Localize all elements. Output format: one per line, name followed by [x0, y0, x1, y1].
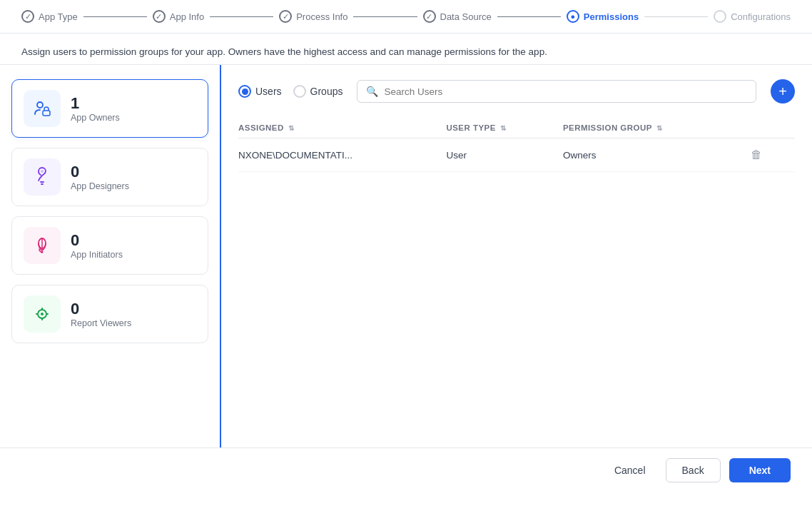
- card-text-report-viewers: 0 Report Viewers: [71, 300, 131, 328]
- search-input[interactable]: [384, 86, 747, 97]
- card-count-app-owners: 1: [71, 94, 120, 113]
- table-row: NXONE\DOCUMENTATI... User Owners 🗑: [238, 138, 795, 172]
- card-icon-app-designers: [24, 158, 61, 196]
- col-assigned-label: ASSIGNED: [238, 123, 284, 132]
- step-icon-process-info: ✓: [279, 10, 292, 23]
- sort-icon-assigned: ⇅: [288, 124, 294, 132]
- radio-groups[interactable]: Groups: [293, 85, 343, 98]
- delete-row-button[interactable]: 🗑: [746, 147, 766, 163]
- cancel-button[interactable]: Cancel: [603, 459, 657, 482]
- wizard-step-app-info[interactable]: ✓ App Info: [153, 10, 204, 23]
- next-button[interactable]: Next: [729, 458, 791, 482]
- card-label-app-initiators: App Initiators: [71, 250, 123, 260]
- left-panel: 1 App Owners 0 App Designers: [0, 65, 221, 447]
- col-user-type[interactable]: USER TYPE ⇅: [446, 118, 562, 138]
- card-count-report-viewers: 0: [71, 300, 131, 318]
- wizard-step-permissions[interactable]: ● Permissions: [567, 10, 639, 23]
- wizard-bar: ✓ App Type ✓ App Info ✓ Process Info ✓ D…: [0, 0, 812, 34]
- step-icon-data-source: ✓: [423, 10, 436, 23]
- card-icon-app-owners: [24, 90, 61, 127]
- card-label-report-viewers: Report Viewers: [71, 318, 131, 328]
- svg-point-7: [41, 313, 44, 315]
- card-text-app-designers: 0 App Designers: [71, 163, 129, 191]
- card-text-app-initiators: 0 App Initiators: [71, 231, 123, 260]
- card-label-app-designers: App Designers: [71, 181, 129, 191]
- card-report-viewers[interactable]: 0 Report Viewers: [11, 285, 208, 343]
- step-icon-configurations: [714, 10, 726, 23]
- cell-user-type: User: [446, 138, 562, 172]
- permissions-table: ASSIGNED ⇅ USER TYPE ⇅ PERMISSION GROUP …: [238, 118, 795, 172]
- col-assigned[interactable]: ASSIGNED ⇅: [238, 118, 446, 138]
- card-app-designers[interactable]: 0 App Designers: [11, 148, 208, 206]
- radio-users-circle: [238, 85, 251, 98]
- step-label-app-info: App Info: [170, 11, 204, 22]
- col-permission-group[interactable]: PERMISSION GROUP ⇅: [563, 118, 746, 138]
- radio-users-label: Users: [255, 86, 282, 97]
- card-count-app-initiators: 0: [71, 231, 123, 250]
- col-actions: [746, 118, 795, 138]
- cell-permission-group: Owners: [563, 138, 746, 172]
- step-label-process-info: Process Info: [296, 11, 347, 22]
- wizard-line-4: [497, 16, 561, 17]
- step-icon-app-info: ✓: [153, 10, 166, 23]
- card-app-initiators[interactable]: 0 App Initiators: [11, 216, 208, 275]
- card-icon-report-viewers: [24, 295, 61, 333]
- step-label-app-type: App Type: [39, 11, 78, 22]
- cell-assigned: NXONE\DOCUMENTATI...: [238, 138, 446, 172]
- search-icon: 🔍: [366, 86, 378, 97]
- radio-group: Users Groups: [238, 85, 342, 98]
- svg-point-5: [41, 251, 44, 253]
- search-box: 🔍: [357, 80, 756, 103]
- back-button[interactable]: Back: [666, 458, 721, 482]
- step-label-data-source: Data Source: [440, 11, 492, 22]
- sort-icon-user-type: ⇅: [500, 124, 506, 132]
- right-panel: Users Groups 🔍 + ASSIGNED ⇅: [221, 65, 812, 447]
- step-label-configurations: Configurations: [731, 11, 791, 22]
- svg-point-0: [37, 102, 43, 108]
- sort-icon-permission-group: ⇅: [656, 124, 662, 132]
- wizard-step-data-source[interactable]: ✓ Data Source: [423, 10, 492, 23]
- step-icon-app-type: ✓: [21, 10, 34, 23]
- card-app-owners[interactable]: 1 App Owners: [11, 79, 208, 138]
- wizard-line-1: [83, 16, 147, 17]
- step-icon-permissions: ●: [567, 10, 579, 23]
- wizard-line-5: [644, 16, 708, 17]
- col-user-type-label: USER TYPE: [446, 123, 495, 132]
- filter-row: Users Groups 🔍 +: [238, 79, 795, 103]
- description-text: Assign users to permission groups for yo…: [0, 34, 812, 65]
- wizard-step-process-info[interactable]: ✓ Process Info: [279, 10, 347, 23]
- col-permission-group-label: PERMISSION GROUP: [563, 123, 652, 132]
- radio-groups-label: Groups: [310, 86, 343, 97]
- wizard-step-configurations[interactable]: Configurations: [714, 10, 791, 23]
- add-user-button[interactable]: +: [771, 79, 795, 103]
- card-count-app-designers: 0: [71, 163, 129, 181]
- footer: Cancel Back Next: [0, 447, 812, 492]
- wizard-line-2: [210, 16, 273, 17]
- svg-point-2: [41, 170, 44, 173]
- card-label-app-owners: App Owners: [71, 113, 120, 123]
- radio-users[interactable]: Users: [238, 85, 282, 98]
- step-label-permissions: Permissions: [584, 11, 639, 22]
- main-content: 1 App Owners 0 App Designers: [0, 65, 812, 447]
- radio-groups-circle: [293, 85, 306, 98]
- svg-rect-1: [43, 111, 50, 116]
- card-icon-app-initiators: [24, 227, 61, 264]
- wizard-line-3: [353, 16, 417, 17]
- card-text-app-owners: 1 App Owners: [71, 94, 120, 123]
- wizard-step-app-type[interactable]: ✓ App Type: [21, 10, 78, 23]
